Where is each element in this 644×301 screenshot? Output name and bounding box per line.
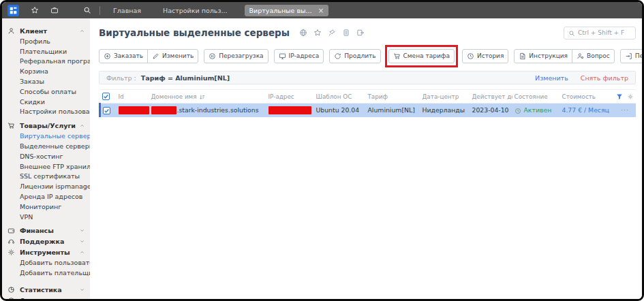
pencil-icon [152, 52, 159, 60]
sidebar-section-statistika[interactable]: Статистика [2, 284, 90, 295]
sidebar-item-platelshchiki[interactable]: Плательщики [2, 46, 90, 57]
sidebar-item-arenda-ip[interactable]: Аренда IP адресов [2, 191, 90, 202]
sidebar-section-client[interactable]: Клиент [2, 25, 90, 36]
column-header-ip[interactable]: IP-адрес [266, 90, 314, 104]
redaction-box-domain [151, 106, 177, 114]
sidebar-item-sposoby-oplaty[interactable]: Способы оплаты [2, 86, 90, 97]
sidebar-item-dobavit-platelshchika[interactable]: Добавить плательщика [2, 268, 90, 278]
toolbar: Заказать Изменить Перезагрузка [99, 47, 636, 65]
app-logo-icon[interactable] [7, 5, 19, 16]
filter-edit-link[interactable]: Изменить [535, 74, 568, 82]
sidebar-item-virtualnye-servery[interactable]: Виртуальные серверы [2, 131, 90, 141]
select-all-checkbox[interactable] [102, 93, 110, 100]
briefcase-icon[interactable] [50, 6, 59, 14]
sidebar-section-label: Товары/Услуги [20, 122, 76, 129]
chevron-down-icon [80, 298, 85, 299]
log-icon[interactable] [342, 29, 350, 37]
sidebar-item-skidki[interactable]: Скидки [2, 97, 90, 107]
sidebar-item-profil[interactable]: Профиль [2, 36, 90, 46]
column-header-status[interactable]: Состояние [512, 90, 560, 104]
filter-value: Тариф = Aluminium[NL] [141, 74, 230, 82]
column-header-datacenter[interactable]: Дата-центр [420, 90, 470, 104]
column-header-domain[interactable]: Доменное имя [149, 90, 266, 104]
table-header-row: Id Доменное имя IP-адрес Шаблон ОС Тариф… [100, 90, 637, 104]
support-icon [7, 238, 16, 245]
star-icon[interactable] [31, 6, 39, 14]
sidebar-section-tovary-uslugi[interactable]: Товары/Услуги [2, 120, 90, 131]
sidebar-item-vpn[interactable]: VPN [2, 212, 90, 222]
tab-virtualnye-active[interactable]: Виртуальные вы... × [245, 5, 329, 16]
sidebar-item-ispmanager[interactable]: Лицензии ispmanager [2, 181, 90, 191]
tab-nastroyki[interactable]: Настройки польз... [158, 5, 232, 16]
history-button[interactable]: История [463, 50, 508, 63]
sidebar-item-dns-hosting[interactable]: DNS-хостинг [2, 151, 90, 161]
button-label: IP-адреса [289, 52, 320, 59]
app-window: Главная Настройки польз... Виртуальные в… [0, 0, 644, 301]
table-row[interactable]: .stark-industries.solutions Ubuntu 20.04… [100, 104, 637, 117]
row-menu-button[interactable]: ··· [612, 104, 637, 117]
main-content: Виртуальные выделенные серверы [90, 18, 642, 299]
instruction-button[interactable]: Инструкция [515, 50, 572, 63]
renew-button[interactable]: Продлить [330, 50, 380, 63]
density-icon[interactable] [612, 93, 613, 100]
star-icon[interactable] [313, 29, 322, 37]
sidebar-item-monitoring[interactable]: Мониторинг [2, 202, 90, 212]
question-icon [577, 52, 584, 60]
sidebar-item-zakazy[interactable]: Заказы [2, 76, 90, 86]
question-button[interactable]: Вопрос [572, 50, 614, 63]
sidebar-item-vydelennye-servery[interactable]: Выделенные серверы [2, 141, 90, 151]
button-label: Перезагрузка [219, 52, 263, 59]
button-group-instruction-question: Инструкция Вопрос [514, 49, 614, 63]
chevron-down-icon [80, 239, 85, 244]
sidebar-section-podderzhka[interactable]: Поддержка [2, 236, 90, 247]
search-input[interactable] [578, 29, 631, 36]
goto-button[interactable]: Перейти [621, 50, 642, 63]
column-header-id[interactable]: Id [117, 90, 149, 104]
column-header-tariff[interactable]: Тариф [366, 90, 420, 104]
button-group-change-tariff: Смена тарифа [388, 49, 455, 63]
column-header-valid-until[interactable]: Действует до [470, 90, 512, 104]
sidebar-item-dobavit-polzovatelya[interactable]: Добавить пользователя [2, 258, 90, 268]
export-icon[interactable] [356, 29, 365, 37]
gear-icon[interactable] [627, 93, 634, 100]
close-icon[interactable]: × [318, 7, 324, 14]
sort-icon [199, 94, 205, 100]
sidebar-item-referalnaya[interactable]: Реферальная программа [2, 57, 90, 67]
ip-addresses-button[interactable]: IP-адреса [275, 50, 324, 63]
cell-id [117, 104, 149, 117]
sidebar-item-ssl[interactable]: SSL сертификаты [2, 172, 90, 182]
row-checkbox[interactable] [103, 107, 110, 114]
button-label: Изменить [162, 52, 194, 59]
sidebar-section-label: Финансы [20, 227, 54, 234]
cell-domain: .stark-industries.solutions [149, 104, 266, 117]
servers-table: Id Доменное имя IP-адрес Шаблон ОС Тариф… [99, 89, 636, 117]
column-header-os[interactable]: Шаблон ОС [314, 90, 366, 104]
filter-funnel-icon[interactable] [616, 93, 623, 100]
tools-icon [7, 249, 16, 256]
renew-icon [334, 52, 341, 60]
sidebar-item-ftp[interactable]: Внешнее FTP хранилище [2, 161, 90, 172]
sidebar-section-finansy[interactable]: Финансы [2, 225, 90, 236]
document-icon [519, 52, 526, 60]
sidebar-section-label: Справка [20, 297, 51, 299]
sidebar-item-nastroyki-polzovatelya[interactable]: Настройки пользователя [2, 107, 90, 117]
chevron-down-icon [80, 287, 85, 292]
tab-glavnaya[interactable]: Главная [108, 5, 146, 16]
pin-icon[interactable] [328, 29, 336, 37]
page-search[interactable] [564, 27, 636, 39]
reboot-button[interactable]: Перезагрузка [204, 50, 267, 63]
globe-icon[interactable] [299, 29, 307, 37]
change-tariff-button[interactable]: Смена тарифа [389, 50, 454, 63]
sidebar-section-spravka[interactable]: Справка [2, 295, 90, 299]
order-button[interactable]: Заказать [99, 50, 147, 63]
filter-clear-link[interactable]: Снять фильтр [581, 74, 628, 82]
edit-button[interactable]: Изменить [147, 50, 198, 63]
sidebar-item-korzina[interactable]: Корзина [2, 66, 90, 76]
clock-icon [515, 108, 521, 114]
button-group-goto: Перейти [620, 49, 642, 63]
stats-icon [7, 286, 16, 294]
status-badge: Активен [524, 106, 552, 114]
column-header-cost[interactable]: Стоимость [560, 90, 612, 104]
search-icon[interactable] [83, 6, 91, 14]
sidebar-section-instrumenty[interactable]: Инструменты [2, 247, 90, 258]
